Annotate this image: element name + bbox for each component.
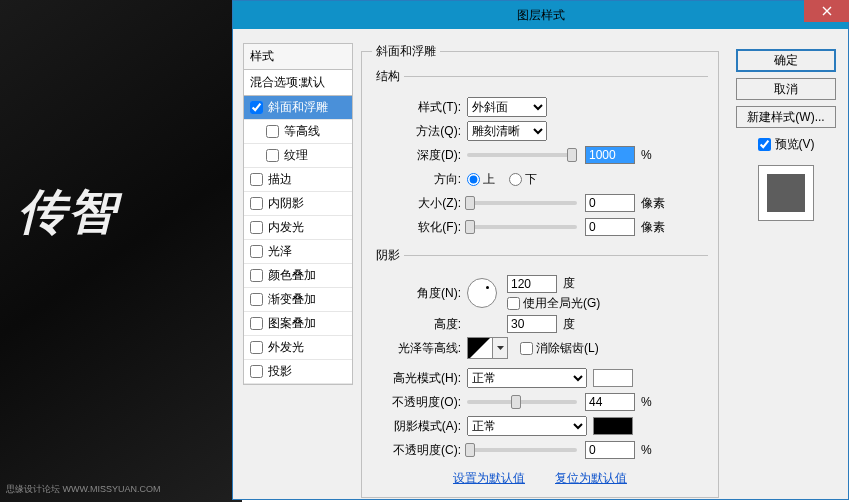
soften-slider[interactable] — [467, 225, 577, 229]
bevel-group: 斜面和浮雕 结构 样式(T): 外斜面 方法(Q): 雕刻清晰 深度(D): — [361, 43, 719, 498]
style-item-4[interactable]: 内阴影 — [244, 192, 352, 216]
style-item-8[interactable]: 渐变叠加 — [244, 288, 352, 312]
reset-default-button[interactable]: 复位为默认值 — [555, 470, 627, 487]
highlight-color-swatch[interactable] — [593, 369, 633, 387]
style-checkbox-2[interactable] — [266, 149, 279, 162]
altitude-label: 高度: — [372, 316, 467, 333]
styles-list: 样式 混合选项:默认 斜面和浮雕等高线纹理描边内阴影内发光光泽颜色叠加渐变叠加图… — [243, 43, 353, 385]
gloss-contour-label: 光泽等高线: — [372, 340, 467, 357]
style-select[interactable]: 外斜面 — [467, 97, 547, 117]
canvas-text: 传智 — [18, 180, 118, 244]
style-checkbox-5[interactable] — [250, 221, 263, 234]
shadow-mode-select[interactable]: 正常 — [467, 416, 587, 436]
structure-legend: 结构 — [372, 68, 404, 85]
style-checkbox-7[interactable] — [250, 269, 263, 282]
depth-label: 深度(D): — [372, 147, 467, 164]
style-item-2[interactable]: 纹理 — [244, 144, 352, 168]
style-item-6[interactable]: 光泽 — [244, 240, 352, 264]
method-label: 方法(Q): — [372, 123, 467, 140]
style-checkbox-3[interactable] — [250, 173, 263, 186]
angle-wheel[interactable] — [467, 278, 497, 308]
make-default-button[interactable]: 设置为默认值 — [453, 470, 525, 487]
direction-up-radio[interactable] — [467, 173, 480, 186]
gloss-contour-swatch[interactable] — [467, 337, 493, 359]
style-label-0: 斜面和浮雕 — [268, 99, 328, 116]
method-select[interactable]: 雕刻清晰 — [467, 121, 547, 141]
angle-input[interactable] — [507, 275, 557, 293]
style-item-11[interactable]: 投影 — [244, 360, 352, 384]
size-input[interactable] — [585, 194, 635, 212]
shadow-opacity-unit: % — [641, 443, 652, 457]
preview-checkbox[interactable] — [758, 138, 771, 151]
bevel-legend: 斜面和浮雕 — [372, 43, 440, 60]
style-item-7[interactable]: 颜色叠加 — [244, 264, 352, 288]
style-label-1: 等高线 — [284, 123, 320, 140]
styles-header[interactable]: 样式 — [244, 44, 352, 70]
blend-options[interactable]: 混合选项:默认 — [244, 70, 352, 96]
style-label-10: 外发光 — [268, 339, 304, 356]
shadow-opacity-label: 不透明度(C): — [372, 442, 467, 459]
size-unit: 像素 — [641, 195, 665, 212]
style-checkbox-0[interactable] — [250, 101, 263, 114]
altitude-input[interactable] — [507, 315, 557, 333]
depth-slider[interactable] — [467, 153, 577, 157]
style-checkbox-11[interactable] — [250, 365, 263, 378]
style-checkbox-1[interactable] — [266, 125, 279, 138]
highlight-mode-select[interactable]: 正常 — [467, 368, 587, 388]
global-light-label: 使用全局光(G) — [523, 295, 600, 312]
shading-group: 阴影 角度(N): 度 使用全局光(G) — [372, 247, 708, 464]
style-item-9[interactable]: 图案叠加 — [244, 312, 352, 336]
size-slider[interactable] — [467, 201, 577, 205]
style-item-1[interactable]: 等高线 — [244, 120, 352, 144]
style-label-6: 光泽 — [268, 243, 292, 260]
highlight-opacity-input[interactable] — [585, 393, 635, 411]
antialias-checkbox[interactable] — [520, 342, 533, 355]
chevron-down-icon — [497, 346, 504, 350]
cancel-button[interactable]: 取消 — [736, 78, 836, 100]
style-checkbox-9[interactable] — [250, 317, 263, 330]
highlight-opacity-unit: % — [641, 395, 652, 409]
global-light-checkbox[interactable] — [507, 297, 520, 310]
highlight-opacity-slider[interactable] — [467, 400, 577, 404]
soften-input[interactable] — [585, 218, 635, 236]
shadow-opacity-slider[interactable] — [467, 448, 577, 452]
shadow-mode-label: 阴影模式(A): — [372, 418, 467, 435]
style-item-0[interactable]: 斜面和浮雕 — [244, 96, 352, 120]
style-checkbox-8[interactable] — [250, 293, 263, 306]
direction-up-label: 上 — [483, 171, 495, 188]
preview-swatch — [758, 165, 814, 221]
close-button[interactable] — [804, 0, 849, 22]
style-label-4: 内阴影 — [268, 195, 304, 212]
direction-down-radio[interactable] — [509, 173, 522, 186]
style-label-9: 图案叠加 — [268, 315, 316, 332]
direction-label: 方向: — [372, 171, 467, 188]
style-checkbox-4[interactable] — [250, 197, 263, 210]
layer-style-dialog: 图层样式 样式 混合选项:默认 斜面和浮雕等高线纹理描边内阴影内发光光泽颜色叠加… — [232, 0, 849, 500]
direction-down-label: 下 — [525, 171, 537, 188]
style-item-3[interactable]: 描边 — [244, 168, 352, 192]
structure-group: 结构 样式(T): 外斜面 方法(Q): 雕刻清晰 深度(D): % — [372, 68, 708, 241]
shadow-opacity-input[interactable] — [585, 441, 635, 459]
highlight-opacity-label: 不透明度(O): — [372, 394, 467, 411]
style-label-5: 内发光 — [268, 219, 304, 236]
size-label: 大小(Z): — [372, 195, 467, 212]
antialias-label: 消除锯齿(L) — [536, 340, 599, 357]
ok-button[interactable]: 确定 — [736, 49, 836, 72]
soften-label: 软化(F): — [372, 219, 467, 236]
style-label-8: 渐变叠加 — [268, 291, 316, 308]
style-checkbox-10[interactable] — [250, 341, 263, 354]
shadow-color-swatch[interactable] — [593, 417, 633, 435]
new-style-button[interactable]: 新建样式(W)... — [736, 106, 836, 128]
titlebar[interactable]: 图层样式 — [233, 1, 848, 29]
dialog-title: 图层样式 — [517, 7, 565, 24]
style-label: 样式(T): — [372, 99, 467, 116]
gloss-contour-dropdown[interactable] — [493, 337, 508, 359]
depth-input[interactable] — [585, 146, 635, 164]
style-label-11: 投影 — [268, 363, 292, 380]
style-checkbox-6[interactable] — [250, 245, 263, 258]
angle-label: 角度(N): — [372, 285, 467, 302]
style-item-10[interactable]: 外发光 — [244, 336, 352, 360]
soften-unit: 像素 — [641, 219, 665, 236]
altitude-unit: 度 — [563, 316, 575, 333]
style-item-5[interactable]: 内发光 — [244, 216, 352, 240]
